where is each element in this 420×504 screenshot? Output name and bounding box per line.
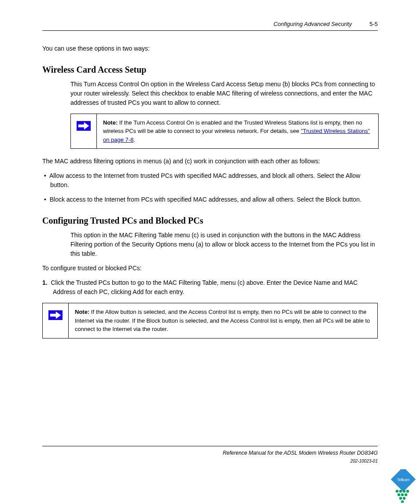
bullet-1: • Allow access to the Internet from trus… <box>50 171 378 190</box>
section-heading-config-trusted: Configuring Trusted PCs and Blocked PCs <box>42 214 378 227</box>
note-text: Note: If the Allow button is selected, a… <box>69 303 377 338</box>
footer-version: 202-10023-01 <box>42 458 378 464</box>
bullet-2-text: Block access to the Internet from PCs wi… <box>50 196 361 203</box>
svg-point-10 <box>401 500 404 503</box>
svg-point-6 <box>401 493 404 496</box>
logo-text: Telkom <box>397 478 410 482</box>
step-1-text: Click the Trusted PCs button to go to th… <box>51 279 357 295</box>
svg-point-1 <box>396 490 398 493</box>
note-text: Note: If the Turn Access Control On is e… <box>97 114 378 149</box>
header-page-number: 5-5 <box>369 20 378 29</box>
note-box-1: Note: If the Turn Access Control On is e… <box>70 114 379 149</box>
telkom-logo-icon: Telkom <box>387 469 419 503</box>
note1-text-after: . <box>133 136 135 143</box>
svg-point-9 <box>403 497 405 500</box>
step-1: 1. Click the Trusted PCs button to go to… <box>53 278 378 297</box>
header-rule <box>42 30 378 31</box>
svg-point-4 <box>406 490 409 493</box>
svg-point-7 <box>405 493 407 496</box>
note2-text: If the Allow button is selected, and the… <box>75 309 370 332</box>
page-footer: Reference Manual for the ADSL Modem Wire… <box>42 446 378 464</box>
svg-point-8 <box>399 497 402 500</box>
bullet-1-text: Allow access to the Internet from truste… <box>49 172 361 188</box>
header-chapter: Configuring Advanced Security <box>273 20 352 29</box>
option-a-text: This Turn Access Control On option in th… <box>70 80 378 107</box>
svg-point-3 <box>403 490 405 493</box>
note-label: Note: <box>103 119 118 126</box>
svg-point-5 <box>398 493 400 496</box>
note-icon-cell <box>43 303 69 338</box>
arrow-right-icon <box>76 120 92 132</box>
note-icon-cell <box>71 114 97 149</box>
note-label: Note: <box>75 309 89 315</box>
footer-title: Reference Manual for the ADSL Modem Wire… <box>223 450 378 456</box>
option-b-text: This option in the MAC Filtering Table m… <box>70 231 378 258</box>
config-body: To configure trusted or blocked PCs: <box>42 264 378 273</box>
svg-point-2 <box>399 490 402 493</box>
intro-text: You can use these options in two ways: <box>42 44 378 53</box>
bullet-2: • Block access to the Internet from PCs … <box>50 195 378 204</box>
section-heading-wireless-card: Wireless Card Access Setup <box>42 63 378 76</box>
step-1-number: 1. <box>42 279 48 286</box>
arrow-right-icon <box>48 309 63 321</box>
note-box-2: Note: If the Allow button is selected, a… <box>42 303 378 338</box>
list-intro: The MAC address filtering options in men… <box>42 157 378 166</box>
page-header: Configuring Advanced Security 5-5 <box>42 20 378 29</box>
footer-rule <box>42 446 378 446</box>
